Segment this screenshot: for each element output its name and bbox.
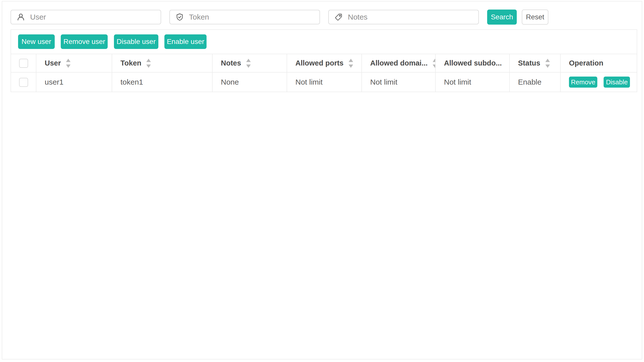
cell-notes: None <box>212 72 287 92</box>
row-select-cell <box>11 72 36 92</box>
cell-token: token1 <box>112 72 212 92</box>
column-header-user[interactable]: User <box>36 54 112 72</box>
column-header-allowed-ports[interactable]: Allowed ports <box>287 54 362 72</box>
user-search-input[interactable] <box>30 10 161 24</box>
sort-icon[interactable] <box>348 58 353 68</box>
sort-icon[interactable] <box>66 58 71 68</box>
enable-user-button[interactable]: Enable user <box>164 34 207 49</box>
column-header-allowed-subdomains[interactable]: Allowed subdo... <box>435 54 509 72</box>
users-panel: New user Remove user Disable user Enable… <box>11 29 637 92</box>
notes-search-field[interactable] <box>328 10 479 24</box>
cell-allowed-subdomains: Not limit <box>435 72 509 92</box>
sort-icon[interactable] <box>545 58 550 68</box>
cell-user: user1 <box>36 72 112 92</box>
sort-icon[interactable] <box>432 58 435 68</box>
remove-user-button[interactable]: Remove user <box>61 34 108 49</box>
column-header-allowed-domains[interactable]: Allowed domai... <box>362 54 435 72</box>
token-search-input[interactable] <box>189 10 319 24</box>
cell-allowed-ports: Not limit <box>287 72 362 92</box>
sort-icon[interactable] <box>246 58 251 68</box>
shield-icon <box>176 13 184 21</box>
cell-status: Enable <box>509 72 560 92</box>
table-row: user1 token1 None Not limit Not limit No… <box>11 72 637 92</box>
row-disable-button[interactable]: Disable <box>604 77 630 88</box>
select-all-checkbox[interactable] <box>19 59 28 68</box>
page-card: Search Reset New user Remove user Disabl… <box>2 1 642 359</box>
new-user-button[interactable]: New user <box>18 34 55 49</box>
cell-operation: Remove Disable <box>560 72 637 92</box>
row-remove-button[interactable]: Remove <box>569 77 597 88</box>
disable-user-button[interactable]: Disable user <box>114 34 158 49</box>
tag-icon <box>335 13 343 21</box>
user-search-field[interactable] <box>11 10 161 24</box>
column-header-notes[interactable]: Notes <box>212 54 287 72</box>
user-icon <box>17 13 25 21</box>
token-search-field[interactable] <box>169 10 320 24</box>
column-header-operation: Operation <box>560 54 637 72</box>
column-header-status[interactable]: Status <box>509 54 560 72</box>
toolbar: New user Remove user Disable user Enable… <box>11 30 637 54</box>
cell-allowed-domains: Not limit <box>362 72 435 92</box>
users-table: User Token Notes Allowed ports <box>11 54 637 92</box>
header-select-all-cell <box>11 54 36 72</box>
reset-button[interactable]: Reset <box>522 10 548 25</box>
column-header-token[interactable]: Token <box>112 54 212 72</box>
search-button[interactable]: Search <box>487 10 517 25</box>
notes-search-input[interactable] <box>348 10 478 24</box>
row-checkbox[interactable] <box>19 78 28 87</box>
header-row: User Token Notes Allowed ports <box>11 54 637 72</box>
sort-icon[interactable] <box>146 58 151 68</box>
